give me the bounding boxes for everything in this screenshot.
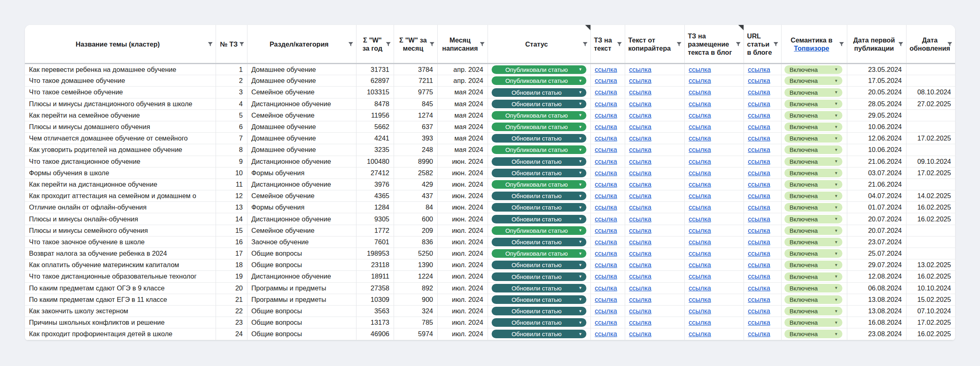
tz-text-link[interactable]: ссылка [595, 77, 617, 84]
status-dropdown[interactable]: Обновили статью▼ [492, 307, 586, 315]
cell-w-month[interactable]: 9775 [394, 87, 437, 98]
cell-status[interactable]: Обновили статью▼ [488, 167, 590, 179]
status-dropdown[interactable]: Опубликовали статью▼ [492, 180, 586, 189]
cell-tz-number[interactable]: 3 [216, 87, 247, 98]
filter-icon[interactable] [947, 41, 953, 47]
tz-blog-link[interactable]: ссылка [689, 203, 711, 211]
cell-month[interactable]: июн. 2024 [437, 213, 488, 225]
cell-copy-text[interactable]: ссылка [625, 282, 684, 294]
semantics-dropdown[interactable]: Включена▼ [784, 192, 842, 200]
cell-category[interactable]: Домашнее обучение [247, 64, 356, 75]
tz-blog-link[interactable]: ссылка [689, 112, 711, 119]
cell-tz-text[interactable]: ссылка [590, 133, 625, 144]
cell-month[interactable]: мая 2024 [437, 144, 488, 156]
cell-semantics[interactable]: Включена▼ [781, 328, 847, 340]
cell-copy-text[interactable]: ссылка [625, 98, 684, 109]
semantics-dropdown[interactable]: Включена▼ [784, 307, 842, 315]
cell-tz-text[interactable]: ссылка [590, 179, 625, 190]
cell-w-year[interactable]: 103315 [356, 87, 394, 98]
cell-upd-date[interactable]: 16.02.2025 [906, 328, 955, 340]
cell-tz-text[interactable]: ссылка [590, 87, 625, 98]
cell-w-year[interactable]: 7601 [356, 236, 394, 248]
cell-tz-number[interactable]: 9 [216, 156, 247, 167]
cell-w-month[interactable]: 892 [394, 282, 437, 294]
cell-month[interactable]: июл. 2024 [437, 282, 488, 294]
cell-tz-text[interactable]: ссылка [590, 225, 625, 236]
cell-tz-blog[interactable]: ссылка [684, 202, 744, 213]
cell-topic[interactable]: Как проходит аттестация на семейном и до… [25, 190, 216, 202]
tz-text-link[interactable]: ссылка [595, 203, 617, 211]
tz-blog-link[interactable]: ссылка [689, 134, 711, 142]
tz-text-link[interactable]: ссылка [595, 66, 617, 73]
cell-month[interactable]: июн. 2024 [437, 190, 488, 202]
cell-semantics[interactable]: Включена▼ [781, 167, 847, 179]
cell-semantics[interactable]: Включена▼ [781, 75, 847, 87]
article-url-link[interactable]: ссылка [748, 112, 771, 119]
cell-pub-date[interactable]: 10.06.2024 [847, 121, 906, 132]
tz-blog-link[interactable]: ссылка [689, 215, 711, 223]
cell-status[interactable]: Обновили статью▼ [488, 133, 590, 144]
status-dropdown[interactable]: Обновили статью▼ [492, 318, 586, 327]
cell-tz-number[interactable]: 11 [216, 179, 247, 190]
cell-semantics[interactable]: Включена▼ [781, 317, 847, 328]
cell-month[interactable]: июл. 2024 [437, 236, 488, 248]
cell-copy-text[interactable]: ссылка [625, 248, 684, 259]
cell-pub-date[interactable]: 23.08.2024 [847, 328, 906, 340]
semantics-dropdown[interactable]: Включена▼ [784, 65, 842, 74]
article-url-link[interactable]: ссылка [748, 192, 771, 199]
cell-w-year[interactable]: 3976 [356, 179, 394, 190]
cell-category[interactable]: Заочное обучение [247, 236, 356, 248]
cell-url[interactable]: ссылка [744, 64, 781, 75]
tz-text-link[interactable]: ссылка [595, 330, 617, 337]
semantics-dropdown[interactable]: Включена▼ [784, 249, 842, 258]
cell-semantics[interactable]: Включена▼ [781, 202, 847, 213]
tz-text-link[interactable]: ссылка [595, 272, 617, 280]
cell-topic[interactable]: Как закончить школу экстерном [25, 305, 216, 317]
cell-pub-date[interactable]: 21.06.2024 [847, 179, 906, 190]
cell-tz-number[interactable]: 13 [216, 202, 247, 213]
cell-upd-date[interactable] [906, 236, 955, 248]
cell-tz-blog[interactable]: ссылка [684, 236, 744, 248]
status-dropdown[interactable]: Опубликовали статью▼ [492, 249, 586, 258]
cell-w-month[interactable]: 248 [394, 144, 437, 156]
cell-topic[interactable]: Чем отличается домашнее обучение от семе… [25, 133, 216, 144]
cell-status[interactable]: Опубликовали статью▼ [488, 144, 590, 156]
cell-topic[interactable]: Как перейти на семейное обучение [25, 109, 216, 121]
cell-category[interactable]: Дистанционное обучение [247, 156, 356, 167]
cell-w-month[interactable]: 836 [394, 236, 437, 248]
cell-url[interactable]: ссылка [744, 259, 781, 271]
cell-tz-number[interactable]: 8 [216, 144, 247, 156]
semantics-dropdown[interactable]: Включена▼ [784, 295, 842, 304]
tz-text-link[interactable]: ссылка [595, 181, 617, 188]
cell-tz-number[interactable]: 6 [216, 121, 247, 132]
cell-w-month[interactable]: 2582 [394, 167, 437, 179]
cell-semantics[interactable]: Включена▼ [781, 109, 847, 121]
cell-month[interactable]: июл. 2024 [437, 328, 488, 340]
tz-text-link[interactable]: ссылка [595, 192, 617, 199]
cell-tz-blog[interactable]: ссылка [684, 98, 744, 109]
tz-blog-link[interactable]: ссылка [689, 88, 711, 96]
cell-w-month[interactable]: 209 [394, 225, 437, 236]
cell-w-year[interactable]: 27358 [356, 282, 394, 294]
semantics-dropdown[interactable]: Включена▼ [784, 145, 842, 154]
cell-tz-text[interactable]: ссылка [590, 305, 625, 317]
cell-topic[interactable]: По каким предметам сдают ЕГЭ в 11 классе [25, 294, 216, 305]
filter-icon[interactable] [385, 41, 392, 47]
cell-status[interactable]: Обновили статью▼ [488, 317, 590, 328]
copywriter-text-link[interactable]: ссылка [629, 77, 652, 84]
cell-topic[interactable]: Что такое домашнее обучение [25, 75, 216, 87]
cell-copy-text[interactable]: ссылка [625, 87, 684, 98]
cell-semantics[interactable]: Включена▼ [781, 225, 847, 236]
copywriter-text-link[interactable]: ссылка [629, 272, 652, 280]
cell-w-month[interactable]: 5250 [394, 248, 437, 259]
cell-category[interactable]: Общие вопросы [247, 305, 356, 317]
cell-tz-number[interactable]: 16 [216, 236, 247, 248]
cell-month[interactable]: июн. 2024 [437, 156, 488, 167]
cell-semantics[interactable]: Включена▼ [781, 133, 847, 144]
cell-tz-text[interactable]: ссылка [590, 144, 625, 156]
cell-tz-text[interactable]: ссылка [590, 248, 625, 259]
cell-tz-blog[interactable]: ссылка [684, 271, 744, 282]
cell-topic[interactable]: Плюсы и минусы онлайн-обучения [25, 213, 216, 225]
article-url-link[interactable]: ссылка [748, 319, 771, 326]
cell-w-year[interactable]: 18911 [356, 271, 394, 282]
